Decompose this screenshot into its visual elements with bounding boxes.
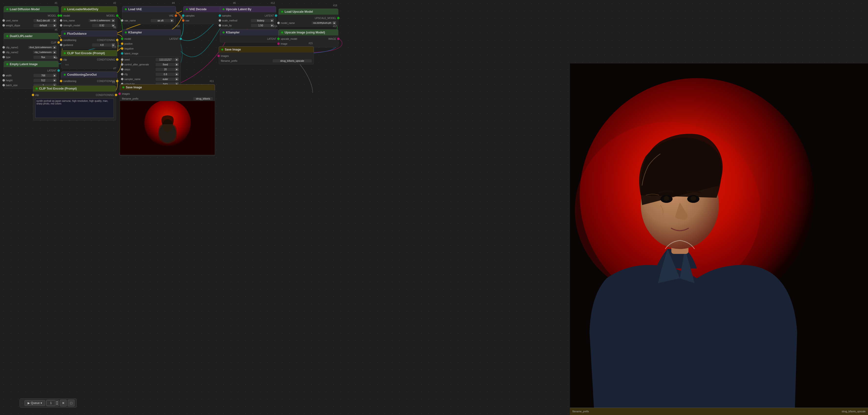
node-id-1: #1 bbox=[55, 2, 57, 4]
lora-arrow[interactable]: ▶ bbox=[112, 19, 115, 22]
node-header-9: Empty Latent Image bbox=[4, 61, 59, 67]
node-row-clip-in-13: clip CONDITIONING bbox=[61, 57, 117, 62]
cag-value-10[interactable]: fixed bbox=[156, 63, 175, 66]
large-preview-svg bbox=[570, 64, 868, 415]
node-header-4: Load VAE bbox=[122, 6, 176, 12]
node-row-images-in-11: images bbox=[120, 91, 215, 96]
node-header-14: KSampler bbox=[220, 29, 279, 35]
width-arrow[interactable]: ▶ bbox=[53, 74, 56, 77]
cancel-button[interactable]: ✕ bbox=[60, 400, 67, 407]
method-arrow-12[interactable]: ▶ bbox=[271, 19, 274, 22]
weight-arrow[interactable]: ▶ bbox=[53, 24, 56, 27]
image-out-label-17: IMAGE bbox=[328, 38, 336, 40]
height-arrow[interactable]: ▶ bbox=[53, 79, 56, 82]
node-body-18: UPSCALE_MODEL model_name 4xLSDIRplusN.pt… bbox=[279, 15, 338, 27]
node-row-upscale-out: UPSCALE_MODEL bbox=[279, 15, 338, 21]
guidance-value[interactable]: 4.8 bbox=[92, 43, 112, 47]
unet-arrow[interactable]: ▶ bbox=[53, 19, 56, 22]
method-port-12 bbox=[219, 19, 221, 22]
clip2-value[interactable]: clip_l.safetensors bbox=[33, 51, 53, 54]
unet-value[interactable]: flux1-dev.sft bbox=[33, 19, 53, 22]
vae-name-label: vae_name bbox=[124, 19, 151, 22]
number-spinner: ▲ ▼ bbox=[46, 400, 59, 406]
node-title-18: Load Upscale Model bbox=[285, 10, 313, 13]
clip2-arrow[interactable]: ▶ bbox=[53, 50, 56, 54]
spinner-up[interactable]: ▲ bbox=[55, 401, 59, 403]
node-status-dot-18 bbox=[281, 11, 283, 13]
weight-value[interactable]: default bbox=[33, 24, 53, 27]
image-preview-11 bbox=[120, 101, 215, 155]
height-value[interactable]: 512 bbox=[33, 79, 53, 82]
latent-out-port-10 bbox=[180, 38, 182, 40]
node-empty-latent: #9 Empty Latent Image LATENT width 768 ▶… bbox=[4, 61, 59, 89]
node-status-dot-12 bbox=[222, 8, 224, 10]
model-in-port bbox=[60, 14, 62, 17]
method-value-12[interactable]: bislerp bbox=[251, 19, 271, 22]
latent-out-label-12: LATENT bbox=[265, 14, 274, 17]
cfg-value-10[interactable]: 0.8 bbox=[156, 73, 175, 76]
prompt-textarea-3[interactable]: surdin portrait as japan samurai, high r… bbox=[35, 98, 114, 118]
sampler-arrow-10[interactable]: ▶ bbox=[175, 77, 179, 81]
node-body-11: images filename_prefix strug_b/boris bbox=[120, 90, 215, 156]
steps-value-10[interactable]: 20 bbox=[156, 68, 175, 71]
node-row-negative-10: negative bbox=[122, 46, 181, 51]
filename-value-11[interactable]: strug_b/boris bbox=[193, 97, 213, 100]
clip1-arrow[interactable]: ▶ bbox=[53, 46, 56, 49]
spinner-down[interactable]: ▼ bbox=[55, 403, 59, 406]
seed-value-10[interactable]: 111111217 bbox=[156, 58, 175, 61]
clip1-value[interactable]: t5xxl_fp16.safetensors bbox=[28, 46, 53, 49]
node-row-cond-zero: conditioning CONDITIONING bbox=[61, 79, 117, 83]
node-id-15: #15 bbox=[309, 42, 313, 45]
model-name-arrow-18[interactable]: ▶ bbox=[333, 21, 336, 25]
scale-value-12[interactable]: 1.50 bbox=[251, 24, 271, 27]
type-value[interactable]: flux bbox=[33, 56, 53, 59]
node-row-seed-10: seed 111111217 ▶ bbox=[122, 57, 181, 62]
images-in-port-11 bbox=[119, 93, 121, 95]
seed-port-10 bbox=[121, 58, 123, 61]
vae-name-arrow[interactable]: ▶ bbox=[170, 19, 174, 22]
cond-out-port-13 bbox=[116, 58, 119, 61]
strength-value[interactable]: 0.92 bbox=[92, 24, 112, 27]
large-image-preview: filename_prefix strug_b/boris_upscale bbox=[570, 64, 868, 415]
latent-output-port bbox=[57, 69, 60, 72]
lora-value[interactable]: surdin-1.safetensors bbox=[89, 19, 112, 22]
node-body-2: model MODEL lora_name surdin-1.safetenso… bbox=[61, 12, 117, 29]
filename-value-15[interactable]: strug_b/boris_upscale bbox=[273, 59, 312, 63]
node-status-dot-9 bbox=[6, 63, 8, 65]
cag-label-10: control_after_generate bbox=[124, 63, 156, 66]
toolbar: · ▶ Queue ▾ ▲ ▼ ✕ □ bbox=[20, 399, 77, 408]
clip-output-port bbox=[57, 41, 60, 44]
height-label: height bbox=[6, 79, 33, 82]
node-header-8: FluxGuidance bbox=[61, 31, 117, 37]
model-name-label-18: model_name bbox=[281, 22, 312, 25]
width-value[interactable]: 768 bbox=[33, 74, 53, 77]
vae-name-value[interactable]: ae.sft bbox=[151, 19, 170, 22]
expand-button[interactable]: □ bbox=[68, 400, 74, 407]
queue-count-input[interactable] bbox=[46, 400, 55, 406]
node-header-15: Save Image bbox=[219, 46, 314, 53]
node-title-3: CLIP Text Encode (Prompt) bbox=[39, 87, 77, 90]
model-name-port-18 bbox=[277, 22, 280, 24]
sampler-value-10[interactable]: euler bbox=[156, 78, 175, 81]
node-row-model-name-18: model_name 4xLSDIRplusN.pth ▶ bbox=[279, 21, 338, 25]
filename-label-11: filename_prefix bbox=[122, 97, 193, 100]
seed-arrow-10[interactable]: ▶ bbox=[175, 58, 179, 61]
model-name-value-18[interactable]: 4xLSDIRplusN.pth bbox=[312, 22, 333, 25]
node-row-clip-out: CLIP bbox=[4, 40, 58, 45]
node-header-12: Upscale Latent By bbox=[220, 6, 276, 12]
weight-label: weight_dtype bbox=[6, 24, 33, 27]
node-row-scale-12: scale_by 1.50 ▶ bbox=[220, 23, 276, 28]
node-row-type: type flux ▶ bbox=[4, 55, 58, 60]
node-row-model-out: MODEL bbox=[4, 13, 58, 18]
steps-arrow-10[interactable]: ▶ bbox=[175, 68, 179, 71]
cfg-arrow-10[interactable]: ▶ bbox=[175, 72, 179, 76]
queue-button[interactable]: ▶ Queue ▾ bbox=[25, 400, 45, 406]
model-in-label: model bbox=[63, 14, 106, 17]
node-row-positive-10: positive bbox=[122, 41, 181, 46]
cag-arrow-10[interactable]: ▶ bbox=[175, 63, 179, 66]
node-header-11: Save Image bbox=[120, 84, 215, 90]
node-status-dot-2 bbox=[64, 8, 66, 10]
node-dual-clip-loader: #5 DualCLIPLoader CLIP clip_name1 t5xxl_… bbox=[4, 33, 59, 61]
node-body-7: conditioning CONDITIONING bbox=[61, 78, 117, 85]
clip-in-port-3 bbox=[32, 94, 34, 96]
